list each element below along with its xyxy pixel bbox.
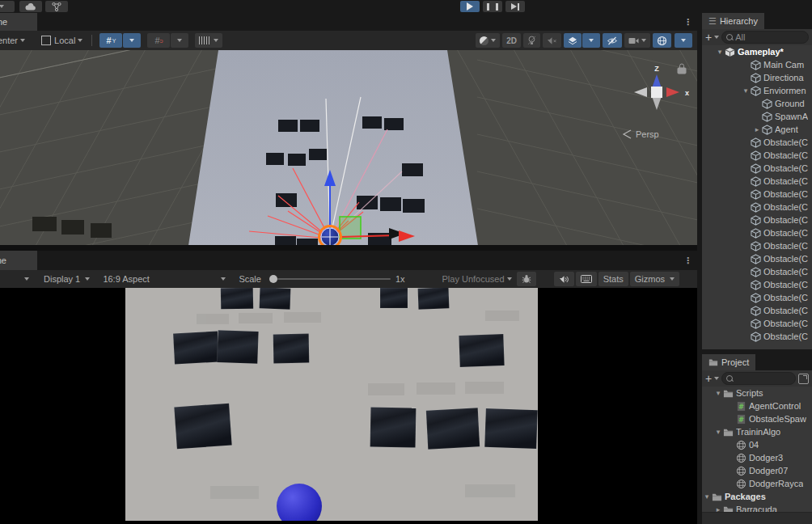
tab-scene[interactable]: Scene bbox=[0, 13, 37, 31]
stats-button[interactable]: Stats bbox=[598, 272, 628, 286]
speaker-icon bbox=[559, 275, 569, 284]
axis-x-cone[interactable] bbox=[666, 87, 679, 97]
pivot-dropdown[interactable]: Center bbox=[0, 33, 29, 48]
effects-dropdown[interactable] bbox=[582, 33, 600, 48]
projection-toggle[interactable]: Persp bbox=[624, 129, 659, 139]
chevron-down-icon[interactable] bbox=[714, 36, 719, 39]
expander-arrow[interactable]: ▾ bbox=[713, 389, 723, 397]
hierarchy-row[interactable]: Obstacle(C bbox=[702, 226, 812, 239]
add-object-button[interactable]: + bbox=[705, 32, 712, 43]
keyboard-button[interactable] bbox=[576, 272, 597, 286]
project-row[interactable]: Dodger3 bbox=[702, 451, 812, 464]
add-asset-button[interactable]: + bbox=[705, 373, 712, 384]
hierarchy-row[interactable]: Obstacle(C bbox=[702, 213, 812, 226]
tab-project[interactable]: Project bbox=[702, 354, 755, 370]
hierarchy-row[interactable]: Obstacle(C bbox=[702, 201, 812, 213]
grid-axis-dropdown[interactable] bbox=[123, 33, 141, 48]
step-button[interactable] bbox=[505, 1, 525, 12]
agent-sphere[interactable] bbox=[319, 226, 341, 248]
debug-button[interactable] bbox=[517, 272, 536, 286]
hierarchy-row[interactable]: Obstacle(C bbox=[702, 291, 812, 304]
hierarchy-row[interactable]: Ground bbox=[702, 97, 812, 110]
scene-more-menu[interactable]: ⋮ bbox=[683, 17, 692, 27]
scale-slider-track[interactable] bbox=[277, 278, 391, 280]
scene-viewport[interactable]: Z x Persp bbox=[0, 50, 697, 251]
display-dropdown[interactable]: Display 1 bbox=[44, 274, 90, 284]
play-button[interactable] bbox=[460, 1, 480, 12]
axis-center-cube[interactable] bbox=[651, 87, 662, 98]
hierarchy-row[interactable]: ▾ Gameplay* bbox=[702, 45, 812, 58]
gizmos-toggle-button[interactable] bbox=[653, 33, 671, 48]
hierarchy-row[interactable]: Obstacle(C bbox=[702, 265, 812, 278]
hierarchy-row[interactable]: SpawnA bbox=[702, 110, 812, 123]
hierarchy-row[interactable]: Obstacle(C bbox=[702, 175, 812, 188]
hierarchy-row[interactable]: Obstacle(C bbox=[702, 317, 812, 330]
object-icon bbox=[751, 228, 761, 239]
2d-toggle[interactable]: 2D bbox=[502, 33, 521, 48]
hierarchy-row[interactable]: Directiona bbox=[702, 71, 812, 84]
hierarchy-row[interactable]: Obstacle(C bbox=[702, 162, 812, 175]
project-row[interactable]: ▾ TraininAlgo bbox=[702, 425, 812, 438]
tab-hierarchy[interactable]: ☰ Hierarchy bbox=[702, 13, 764, 29]
lightbulb-icon bbox=[527, 36, 536, 45]
hierarchy-row[interactable]: Obstacle(C bbox=[702, 330, 812, 343]
gizmos-dropdown[interactable] bbox=[675, 33, 692, 48]
gizmo-plane-handle[interactable] bbox=[340, 217, 361, 239]
project-row[interactable]: AgentControl bbox=[702, 399, 812, 412]
expander-arrow[interactable]: ▾ bbox=[741, 87, 751, 95]
lighting-toggle[interactable] bbox=[523, 33, 540, 48]
open-search-icon[interactable] bbox=[798, 374, 809, 384]
game-viewport[interactable] bbox=[0, 288, 697, 524]
camera-settings-button[interactable] bbox=[624, 33, 650, 48]
aspect-dropdown[interactable]: 16:9 Aspect bbox=[103, 274, 226, 284]
expander-arrow[interactable]: ▾ bbox=[715, 48, 725, 56]
expander-arrow[interactable]: ▾ bbox=[702, 492, 712, 501]
effects-button[interactable] bbox=[564, 33, 582, 48]
orientation-dropdown[interactable]: Local bbox=[37, 33, 87, 48]
account-dropdown[interactable] bbox=[0, 1, 15, 12]
expander-arrow[interactable]: ▸ bbox=[752, 125, 762, 133]
tab-game[interactable]: Game bbox=[0, 251, 37, 270]
collab-button[interactable] bbox=[45, 1, 68, 12]
hierarchy-row[interactable]: Obstacle(C bbox=[702, 239, 812, 252]
snap-toggle-button[interactable]: #ɔ bbox=[147, 33, 170, 48]
mute-audio-button[interactable] bbox=[554, 272, 574, 286]
chevron-down-icon[interactable] bbox=[714, 377, 719, 380]
shading-mode-dropdown[interactable] bbox=[476, 33, 500, 48]
hierarchy-row[interactable]: Main Cam bbox=[702, 58, 812, 71]
game-gizmos-dropdown[interactable]: Gizmos bbox=[630, 272, 679, 286]
hierarchy-row[interactable]: ▸ Agent bbox=[702, 123, 812, 136]
hierarchy-row[interactable]: Obstacle(C bbox=[702, 188, 812, 201]
axis-down-cone[interactable] bbox=[652, 96, 662, 110]
play-focus-dropdown[interactable]: Play Unfocused bbox=[442, 274, 512, 284]
unity-editor-window: Scene ⋮ Center Local #Y #ɔ 2D bbox=[0, 0, 812, 524]
view-lock-icon[interactable] bbox=[678, 64, 686, 74]
game-more-menu[interactable]: ⋮ bbox=[683, 256, 692, 266]
hierarchy-row[interactable]: Obstacle(C bbox=[702, 278, 812, 291]
hierarchy-search-input[interactable]: All bbox=[721, 31, 809, 44]
axis-z-cone[interactable] bbox=[652, 74, 662, 88]
hierarchy-row[interactable]: Obstacle(C bbox=[702, 136, 812, 149]
hierarchy-row[interactable]: Obstacle(C bbox=[702, 149, 812, 162]
grid-axis-button[interactable]: #Y bbox=[99, 33, 122, 48]
hierarchy-row[interactable]: Obstacle(C bbox=[702, 252, 812, 265]
hierarchy-row[interactable]: ▾ Enviormen bbox=[702, 84, 812, 97]
expander-arrow[interactable]: ▾ bbox=[713, 428, 723, 436]
project-row[interactable]: ▾ Packages bbox=[702, 490, 812, 503]
cloud-button[interactable] bbox=[19, 1, 42, 12]
project-row[interactable]: ▾ Scripts bbox=[702, 387, 812, 399]
project-row[interactable]: Dodger07 bbox=[702, 464, 812, 477]
pause-button[interactable] bbox=[483, 1, 502, 12]
project-search-input[interactable] bbox=[721, 372, 796, 385]
hierarchy-row[interactable]: Obstacle(C bbox=[702, 304, 812, 317]
project-row[interactable]: ObstacleSpaw bbox=[702, 412, 812, 425]
target-display-dropdown[interactable] bbox=[6, 277, 29, 281]
snap-increment-button[interactable] bbox=[195, 33, 222, 48]
audio-toggle[interactable] bbox=[543, 33, 561, 48]
project-row[interactable]: DodgerRayca bbox=[702, 477, 812, 490]
scale-slider-knob[interactable] bbox=[269, 275, 277, 283]
chevron-down-icon bbox=[214, 39, 218, 42]
scene-visibility-toggle[interactable] bbox=[603, 33, 622, 48]
snap-dropdown[interactable] bbox=[171, 33, 188, 48]
project-row[interactable]: 04 bbox=[702, 438, 812, 451]
